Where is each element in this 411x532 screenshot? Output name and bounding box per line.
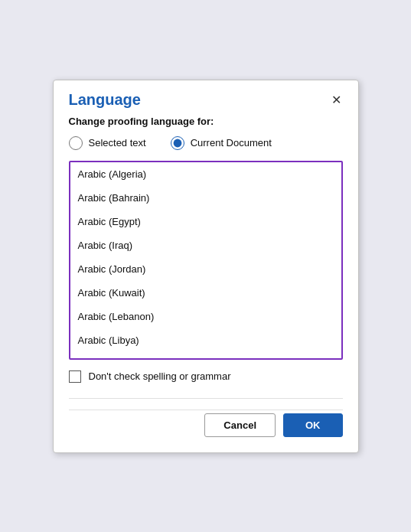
title-bar: Language ✕ <box>54 80 358 116</box>
list-item[interactable]: Arabic (Libya) <box>70 328 341 352</box>
divider <box>69 398 343 399</box>
button-row: Cancel OK <box>69 410 343 440</box>
radio-group: Selected text Current Document <box>69 136 343 150</box>
list-item[interactable]: Arabic (Kuwait) <box>70 281 341 305</box>
language-dialog: Language ✕ Change proofing language for:… <box>53 80 359 453</box>
language-list-container: Arabic (Algeria)Arabic (Bahrain)Arabic (… <box>69 161 343 360</box>
list-item[interactable]: Arabic (Jordan) <box>70 257 341 281</box>
radio-current-document[interactable] <box>171 136 184 150</box>
spell-check-checkbox[interactable] <box>69 370 81 383</box>
radio-label-selected-text[interactable]: Selected text <box>69 136 146 150</box>
list-item[interactable]: Arabic (Egypt) <box>70 210 341 233</box>
subtitle: Change proofing language for: <box>69 116 343 127</box>
dialog-title: Language <box>69 91 141 109</box>
language-list[interactable]: Arabic (Algeria)Arabic (Bahrain)Arabic (… <box>70 162 341 358</box>
list-item[interactable]: Arabic (Lebanon) <box>70 305 341 328</box>
radio-label-current-document[interactable]: Current Document <box>171 136 272 150</box>
ok-button[interactable]: OK <box>283 413 343 437</box>
list-item[interactable]: Arabic (Iraq) <box>70 233 341 257</box>
radio-current-document-label: Current Document <box>191 137 272 149</box>
close-button[interactable]: ✕ <box>328 91 346 109</box>
list-item[interactable]: Arabic (Bahrain) <box>70 186 341 210</box>
list-item[interactable]: Arabic (Algeria) <box>70 162 341 186</box>
radio-selected-text-label: Selected text <box>89 137 146 149</box>
checkbox-row: Don't check spelling or grammar <box>69 370 343 383</box>
cancel-button[interactable]: Cancel <box>204 413 276 437</box>
spell-check-label: Don't check spelling or grammar <box>89 370 231 382</box>
dialog-body: Change proofing language for: Selected t… <box>54 116 358 452</box>
radio-selected-text[interactable] <box>69 136 83 150</box>
